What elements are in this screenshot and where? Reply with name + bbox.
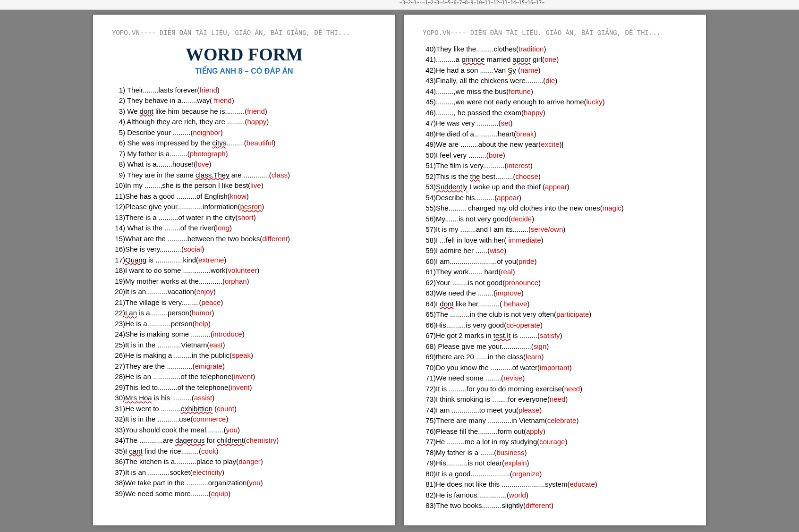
item-number: 1)	[112, 85, 125, 96]
page-1: YOPO.VN---- DIỄN ĐÀN TÀI LIỆU, GIÁO ÁN, …	[93, 15, 395, 525]
document-title: WORD FORM	[112, 44, 376, 65]
answer-word: choose	[515, 172, 538, 180]
item-number: 67)	[423, 330, 436, 341]
answer-word: set	[501, 119, 510, 127]
sentence-text: )	[570, 363, 572, 372]
exercise-row: 6) She was impressed by the citys.......…	[112, 138, 376, 149]
answer-word: world	[509, 491, 526, 499]
answer-word: one	[544, 55, 556, 63]
exercise-row: 51)The film is very...........(interest)	[423, 160, 687, 171]
answer-word: decide	[511, 215, 532, 223]
sentence-text: What is a........house!(	[125, 160, 196, 168]
item-number: 48)	[423, 129, 436, 140]
answer-word: die	[545, 76, 555, 84]
item-number: 16)	[112, 244, 125, 255]
item-number: 83)	[423, 500, 436, 511]
sentence-text: (	[516, 66, 520, 74]
sentence-text: He is famous...............(	[436, 491, 509, 499]
sentence-text: The ............are	[125, 436, 175, 444]
item-number: 74)	[423, 405, 436, 416]
exercise-row: 83)The two books..........slightly(diffe…	[423, 500, 687, 511]
sentence-text: Do you know the ...........of water(	[436, 363, 540, 372]
exercise-row: 2) They behave in a........way( friend)	[112, 95, 376, 106]
answer-word: name	[520, 66, 538, 74]
answer-word: apply	[526, 427, 543, 435]
sentence-text: like him because he is..........(	[153, 107, 247, 115]
document-workspace: YOPO.VN---- DIỄN ĐÀN TÀI LIỆU, GIÁO ÁN, …	[0, 10, 799, 530]
exercise-row: 29)This led to..........of the telephone…	[112, 382, 376, 393]
answer-word: educate	[570, 480, 595, 488]
exercise-row: 18)I want to do some ..............work(…	[112, 265, 376, 276]
sentence-text: I want to do some ..............work(	[125, 266, 228, 274]
sentence-text: )	[276, 436, 279, 444]
answer-word: important	[540, 363, 570, 372]
sentence-text: He is making a .........in the public(	[125, 351, 232, 359]
answer-word: volunteer	[228, 266, 257, 274]
sentence-text: Please give me your...............(	[436, 342, 534, 350]
answer-word: commerce	[193, 415, 226, 423]
sentence-text: It is my ........and I am its........(	[436, 225, 531, 233]
sentence-text: )	[603, 98, 605, 106]
exercise-row: 32)It is in the ...........use(commerce)	[112, 414, 376, 425]
item-number: 56)	[423, 214, 436, 225]
sentence-text: )	[224, 256, 226, 264]
sentence-text: They work....... hard(	[436, 268, 501, 276]
answer-word: east	[209, 341, 222, 349]
sentence-text: Finally, all the chickens were.........(	[436, 76, 545, 84]
answer-word: co-operate	[506, 321, 540, 329]
exercise-row: 73)I think smoking is ........for everyo…	[423, 394, 687, 405]
sentence-text: )	[513, 268, 515, 276]
spellcheck-word: dagerous	[175, 436, 205, 444]
item-number: 71)	[423, 373, 436, 384]
item-number: 9)	[112, 170, 125, 181]
exercise-row: 21)The village is very.........(peace)	[112, 297, 376, 308]
exercise-row: 53)Suddently I woke up and the thief (ap…	[423, 182, 687, 193]
exercise-row: 60)I am........................of you(pr…	[423, 256, 687, 267]
answer-word: invent	[234, 372, 253, 380]
item-number: 63)	[423, 288, 436, 299]
ruler-scale: ⋯3⋯2⋯1⋯·⋯1⋯2⋯3⋯4⋯5⋯6⋯7⋯8⋯9⋯10⋯11⋯12⋯13⋯1…	[400, 0, 544, 5]
exercise-row: 69)there are 20 ......in the class(learn…	[423, 352, 687, 363]
exercise-row: 66)His..........is very good(co-operate)	[423, 320, 687, 331]
item-number: 7)	[112, 149, 125, 160]
answer-word: know	[230, 192, 246, 200]
answer-word: interest	[507, 161, 530, 169]
exercise-row: 67)He got 2 marks in test.It is ........…	[423, 330, 687, 341]
item-number: 76)	[423, 426, 436, 437]
sentence-text: You should cook the meal.........(	[125, 426, 226, 434]
exercise-row: 56)My.......is not very good(decide)	[423, 214, 687, 225]
sentence-text: )	[234, 405, 237, 413]
item-number: 22)	[112, 308, 125, 319]
exercise-row: 57)It is my ........and I am its........…	[423, 224, 687, 235]
sentence-text: What are the ..........between the two b…	[125, 235, 262, 243]
sentence-text: )	[222, 468, 224, 476]
exercise-row: 40)They like the.........clothes(traditi…	[423, 44, 687, 55]
sentence-text: He is an ..............of the telephone(	[125, 372, 234, 380]
sentence-text: They are in the same	[125, 171, 196, 179]
sentence-text: there are 20 ......in the class(	[436, 353, 526, 361]
item-number: 25)	[112, 340, 125, 351]
sentence-text: )	[510, 119, 513, 127]
sentence-text: )	[213, 287, 216, 296]
item-number: 39)	[112, 489, 125, 499]
sentence-text: .........,we miss the bus(	[436, 87, 509, 95]
answer-word: wise	[490, 246, 504, 254]
exercise-row: 75)There are many ............in Vietnam…	[423, 415, 687, 426]
item-number: 81)	[423, 479, 436, 490]
sentence-text: We need some more.........(	[125, 490, 211, 498]
exercise-row: 50)I feel very .........(bore)	[423, 150, 687, 161]
item-number: 17)	[112, 255, 125, 266]
sentence-text: He got 2 marks in	[436, 331, 493, 339]
answer-word: live	[250, 181, 261, 189]
sentence-text: )	[534, 130, 536, 138]
exercise-row: 17)Quang is ..............kind(extreme)	[112, 255, 376, 266]
sentence-text: )	[521, 289, 524, 297]
answer-word: lucky	[586, 98, 603, 106]
exercise-row: 34)The ............are dagerous for chil…	[112, 435, 376, 446]
item-number: 64)	[423, 299, 436, 310]
sentence-text: It is in the ............Vietnam(	[125, 341, 209, 349]
sentence-text: )	[228, 490, 230, 498]
sentence-text: )	[226, 415, 228, 423]
item-number: 70)	[423, 363, 436, 373]
item-number: 55)	[423, 203, 436, 214]
